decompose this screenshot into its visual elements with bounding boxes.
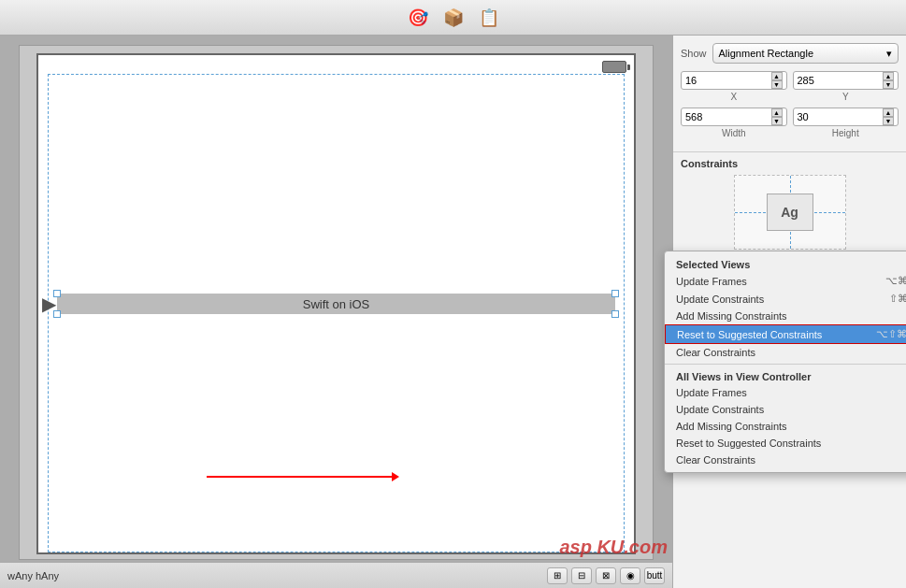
wh-row: 568 ▲ ▼ Width 30 ▲ ▼	[681, 108, 899, 138]
constraints-title: Constraints	[681, 158, 899, 169]
toolbar-icon-1[interactable]: 🎯	[405, 5, 431, 31]
watermark: asp KU.com	[559, 537, 668, 558]
width-value: 568	[685, 111, 702, 122]
height-field-group: 30 ▲ ▼ Height	[793, 108, 899, 138]
menu-section2-title: All Views in View Controller	[665, 367, 906, 384]
menu-item-add-missing-2[interactable]: Add Missing Constraints	[665, 418, 906, 435]
x-stepper[interactable]: ▲ ▼	[771, 72, 783, 89]
height-up-btn[interactable]: ▲	[883, 108, 894, 117]
label-text: Swift on iOS	[303, 297, 370, 311]
height-stepper[interactable]: ▲ ▼	[883, 108, 894, 125]
menu-item-label: Add Missing Constraints	[676, 310, 787, 322]
menu-item-update-frames[interactable]: Update Frames ⌥⌘=	[665, 272, 906, 290]
device-frame: ▶ Swift on iOS	[36, 53, 636, 554]
canvas-area: ▶ Swift on iOS wAny hAny ⊞ ⊟	[0, 36, 672, 588]
y-value: 285	[798, 75, 814, 86]
height-value: 30	[798, 111, 809, 122]
constraint-inner-box: Ag	[767, 194, 813, 231]
menu-item-clear-2[interactable]: Clear Constraints	[665, 452, 906, 468]
toolbar-icon-3[interactable]: 📋	[476, 5, 502, 31]
xy-row: 16 ▲ ▼ X 285 ▲ ▼	[681, 71, 899, 102]
label-bar[interactable]: Swift on iOS	[57, 294, 615, 314]
ag-text: Ag	[781, 205, 798, 220]
menu-shortcut: ⌥⇧⌘=	[876, 328, 906, 340]
width-down-btn[interactable]: ▼	[771, 117, 783, 125]
x-down-btn[interactable]: ▼	[771, 80, 783, 89]
menu-item-label: Add Missing Constraints	[676, 421, 787, 432]
x-label: X	[730, 92, 737, 102]
panel-top: Show Alignment Rectangle ▾ 16 ▲ ▼	[673, 36, 906, 152]
right-panel: Show Alignment Rectangle ▾ 16 ▲ ▼	[672, 36, 906, 588]
battery-icon	[602, 61, 626, 73]
bottom-bar: wAny hAny ⊞ ⊟ ⊠ ◉ butt	[0, 562, 672, 588]
toolbar-icon-2[interactable]: 📦	[440, 5, 467, 31]
main-area: ▶ Swift on iOS wAny hAny ⊞ ⊟	[0, 36, 906, 588]
top-toolbar: 🎯 📦 📋	[0, 0, 906, 36]
show-row: Show Alignment Rectangle ▾	[681, 43, 899, 64]
bottom-icon-4[interactable]: ◉	[620, 567, 640, 584]
menu-item-label: Reset to Suggested Constraints	[677, 329, 822, 340]
menu-item-add-missing[interactable]: Add Missing Constraints	[665, 308, 906, 324]
height-label: Height	[832, 128, 859, 138]
menu-shortcut: ⇧⌘=	[889, 293, 906, 305]
menu-separator	[665, 364, 906, 365]
y-field-group: 285 ▲ ▼ Y	[793, 71, 899, 102]
show-value: Alignment Rectangle	[719, 48, 814, 59]
x-field[interactable]: 16 ▲ ▼	[681, 71, 787, 90]
y-stepper[interactable]: ▲ ▼	[883, 72, 894, 89]
x-value: 16	[685, 75, 697, 86]
menu-item-label: Update Frames	[676, 387, 747, 398]
menu-item-label: Update Constraints	[676, 294, 764, 305]
canvas-inner: ▶ Swift on iOS	[19, 45, 654, 560]
context-menu: Selected Views Update Frames ⌥⌘= Update …	[664, 251, 906, 473]
y-field[interactable]: 285 ▲ ▼	[793, 71, 899, 90]
menu-item-update-constraints-2[interactable]: Update Constraints	[665, 401, 906, 418]
show-label: Show	[681, 48, 707, 59]
menu-section1-title: Selected Views	[665, 255, 906, 272]
handle-br[interactable]	[611, 310, 619, 318]
x-field-group: 16 ▲ ▼ X	[681, 71, 787, 102]
size-text: wAny hAny	[7, 570, 59, 581]
show-dropdown[interactable]: Alignment Rectangle ▾	[712, 43, 899, 64]
width-up-btn[interactable]: ▲	[771, 108, 783, 117]
y-label: Y	[842, 92, 849, 102]
menu-item-reset-2[interactable]: Reset to Suggested Constraints	[665, 435, 906, 452]
x-up-btn[interactable]: ▲	[771, 72, 783, 80]
handle-bl[interactable]	[53, 310, 61, 318]
width-stepper[interactable]: ▲ ▼	[771, 108, 783, 125]
height-down-btn[interactable]: ▼	[883, 117, 894, 125]
menu-shortcut: ⌥⌘=	[885, 275, 906, 287]
menu-item-clear[interactable]: Clear Constraints	[665, 344, 906, 361]
bottom-icon-3[interactable]: ⊠	[596, 567, 616, 584]
constraint-diagram: Ag	[734, 175, 846, 250]
red-arrow	[207, 476, 394, 478]
width-field-group: 568 ▲ ▼ Width	[681, 108, 787, 138]
menu-item-label: Clear Constraints	[676, 347, 755, 358]
menu-item-label: Update Frames	[676, 276, 747, 287]
menu-item-label: Reset to Suggested Constraints	[676, 437, 821, 449]
menu-item-update-frames-2[interactable]: Update Frames	[665, 384, 906, 401]
menu-item-update-constraints[interactable]: Update Constraints ⇧⌘=	[665, 290, 906, 308]
handle-tl[interactable]	[53, 290, 61, 297]
bottom-icon-5[interactable]: butt	[644, 567, 665, 584]
menu-item-label: Update Constraints	[676, 404, 764, 415]
handle-tr[interactable]	[611, 290, 619, 297]
bottom-icon-2[interactable]: ⊟	[571, 567, 592, 584]
chevron-down-icon: ▾	[886, 48, 892, 60]
y-up-btn[interactable]: ▲	[883, 72, 894, 80]
menu-item-reset[interactable]: Reset to Suggested Constraints ⌥⇧⌘=	[665, 324, 906, 344]
y-down-btn[interactable]: ▼	[883, 80, 894, 89]
width-label: Width	[722, 128, 746, 138]
menu-item-label: Clear Constraints	[676, 454, 755, 466]
height-field[interactable]: 30 ▲ ▼	[793, 108, 899, 126]
width-field[interactable]: 568 ▲ ▼	[681, 108, 787, 126]
bottom-icon-1[interactable]: ⊞	[547, 567, 568, 584]
bottom-icons: ⊞ ⊟ ⊠ ◉ butt	[547, 567, 665, 584]
